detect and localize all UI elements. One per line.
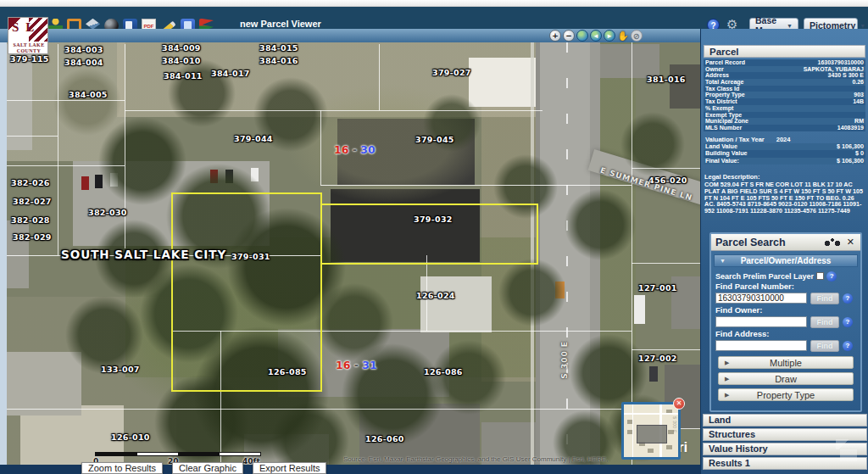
parcel-label: 127-002 bbox=[638, 354, 677, 363]
accordion-draw[interactable]: Draw bbox=[718, 372, 854, 385]
close-icon[interactable]: ✕ bbox=[845, 237, 856, 248]
street-label-300-e: S 300 E bbox=[560, 341, 569, 379]
find-parcel-number-find-button[interactable]: Find bbox=[810, 293, 839, 304]
previous-extent-icon[interactable] bbox=[590, 30, 602, 42]
prelim-layer-row: Search Prelim Parcel Layer ? bbox=[715, 270, 856, 282]
next-extent-icon[interactable] bbox=[604, 30, 615, 42]
accordion-property-type[interactable]: Property Type bbox=[718, 388, 854, 401]
city-boundary-label: SOUTH SALT LAKE CITY bbox=[61, 248, 226, 261]
app-title: new Parcel Viewer bbox=[240, 19, 321, 29]
map-viewport[interactable]: 379-115384-003384-004384-005384-009384-0… bbox=[7, 42, 700, 465]
parcel-field-row: Exempt Type bbox=[704, 112, 865, 119]
parcel-label: 379-045 bbox=[415, 135, 454, 144]
accordion-multiple[interactable]: Multiple bbox=[718, 356, 854, 369]
find-parcel-number-label: Find Parcel Number: bbox=[715, 282, 856, 291]
zoom-out-icon[interactable] bbox=[563, 30, 575, 42]
find-address-label: Find Address: bbox=[715, 329, 856, 338]
parcel-field-row: Total Acreage0.26 bbox=[704, 79, 865, 86]
tax-sale-label: 16 - 30 bbox=[334, 143, 376, 156]
map-navigation-tools bbox=[549, 30, 643, 42]
accordion-parcel-owner-address[interactable]: Parcel/Owner/Address bbox=[714, 254, 858, 267]
section-value-history[interactable]: Value History bbox=[703, 443, 867, 455]
find-owner-find-button[interactable]: Find bbox=[810, 316, 839, 328]
parcel-label: 382-029 bbox=[13, 232, 52, 242]
help-icon[interactable]: ? bbox=[826, 271, 837, 282]
help-icon[interactable]: ? bbox=[843, 293, 853, 304]
scale-bar bbox=[95, 452, 261, 456]
parcel-label: 127-001 bbox=[638, 283, 677, 293]
deactivate-icon[interactable] bbox=[631, 30, 643, 42]
map-action-buttons: Zoom to ResultsClear GraphicExport Resul… bbox=[81, 462, 326, 474]
parcel-label: 382-030 bbox=[88, 208, 127, 217]
parcel-label: 384-010 bbox=[162, 56, 201, 65]
parcel-label: 126-010 bbox=[111, 432, 150, 442]
parcel-label: 384-005 bbox=[69, 90, 108, 99]
right-info-panel: Parcel Parcel Record16303790310000OwnerS… bbox=[700, 29, 868, 474]
parcel-field-row: Parcel Record16303790310000 bbox=[704, 59, 865, 66]
logo-sl-letters: SL bbox=[12, 20, 41, 35]
parcel-field-row: Address3430 S 300 E bbox=[704, 72, 865, 79]
zoom-in-icon[interactable] bbox=[549, 30, 561, 42]
parcel-label: 381-016 bbox=[647, 75, 686, 84]
parcel-label: 382-028 bbox=[11, 215, 50, 225]
parcel-label: 384-011 bbox=[164, 71, 203, 81]
find-owner-label: Find Owner: bbox=[715, 305, 856, 315]
parcel-label: 384-017 bbox=[211, 69, 250, 78]
export-results-button[interactable]: Export Results bbox=[253, 462, 327, 474]
parcel-label: 126-024 bbox=[416, 291, 455, 300]
clear-graphic-button[interactable]: Clear Graphic bbox=[172, 462, 243, 474]
parcel-label: 384-009 bbox=[162, 43, 201, 53]
zoom-to-results-button[interactable]: Zoom to Results bbox=[81, 462, 163, 474]
section-results-1[interactable]: Results 1 bbox=[703, 457, 867, 470]
help-icon[interactable]: ? bbox=[843, 341, 853, 351]
chevron-down-icon: ▼ bbox=[860, 23, 865, 29]
logo-text-line1: SALT LAKE bbox=[8, 42, 48, 47]
section-land[interactable]: Land bbox=[703, 414, 867, 427]
legal-description-text: COM 529.04 FT S FR NE COR LOT 11 BLK 17 … bbox=[704, 181, 865, 215]
find-owner-input[interactable] bbox=[715, 316, 807, 327]
full-extent-icon[interactable] bbox=[576, 30, 588, 42]
legal-description-label: Legal Description: bbox=[704, 173, 865, 181]
parcel-field-row: Tax Class Id bbox=[704, 86, 865, 92]
valuation-block: Valuation / Tax Year 2024 Land Value$ 10… bbox=[704, 136, 865, 165]
parcel-field-row: % Exempt bbox=[704, 105, 865, 112]
selected-parcel-highlight bbox=[320, 204, 538, 265]
binoculars-icon bbox=[823, 237, 842, 248]
parcel-search-header: Parcel Search ✕ bbox=[711, 234, 860, 251]
valuation-rows: Land Value$ 106,300Building Value$ 0Fina… bbox=[704, 143, 865, 165]
close-icon[interactable] bbox=[673, 398, 685, 410]
search-accordions: MultipleDrawProperty Type bbox=[715, 356, 856, 401]
pan-icon[interactable] bbox=[617, 30, 629, 42]
find-address-find-button[interactable]: Find bbox=[810, 340, 839, 352]
top-header-bar: SL SALT LAKE COUNTY new Parcel Viewer ? … bbox=[0, 7, 868, 29]
find-parcel-number-row: Find? bbox=[715, 291, 856, 305]
parcel-label: 382-026 bbox=[11, 178, 50, 187]
parcel-label: 126-085 bbox=[268, 367, 307, 376]
section-structures[interactable]: Structures bbox=[703, 428, 867, 441]
panel-bottom-sections: LandStructuresValue HistoryResults 1 bbox=[703, 414, 867, 471]
prelim-layer-checkbox[interactable] bbox=[816, 272, 824, 280]
parcel-field-row: OwnerSAPKOTA, YUBARAJ bbox=[704, 66, 865, 73]
find-address-input[interactable] bbox=[715, 340, 807, 351]
inset-extent-indicator[interactable] bbox=[637, 425, 667, 443]
parcel-label: 384-004 bbox=[64, 58, 103, 67]
find-owner-row: Find? bbox=[715, 315, 856, 329]
prelim-layer-label: Search Prelim Parcel Layer bbox=[715, 272, 814, 281]
inset-street-label: S 300 E bbox=[672, 416, 676, 433]
parcel-label: 379-115 bbox=[10, 54, 49, 64]
parcel-label: 379-027 bbox=[432, 68, 471, 77]
help-icon[interactable]: ? bbox=[843, 317, 853, 327]
valuation-year: 2024 bbox=[776, 136, 791, 143]
parcel-label: 384-015 bbox=[259, 43, 298, 53]
tax-sale-label: 16 - 31 bbox=[336, 359, 377, 371]
parcel-viewer-app: SL SALT LAKE COUNTY new Parcel Viewer ? … bbox=[0, 0, 868, 474]
parcel-label: 126-060 bbox=[365, 434, 404, 443]
parcel-field-row: MLS Number14083919 bbox=[704, 125, 865, 131]
browser-strip bbox=[0, 0, 868, 7]
parcel-search-body: Search Prelim Parcel Layer ? Find Parcel… bbox=[711, 270, 860, 401]
parcel-search-title: Parcel Search bbox=[715, 237, 820, 248]
parcel-label: 384-016 bbox=[259, 56, 298, 65]
parcel-section-header[interactable]: Parcel bbox=[704, 45, 865, 58]
find-parcel-number-input[interactable] bbox=[715, 293, 807, 304]
overview-inset-map[interactable]: S 300 E bbox=[621, 402, 681, 460]
